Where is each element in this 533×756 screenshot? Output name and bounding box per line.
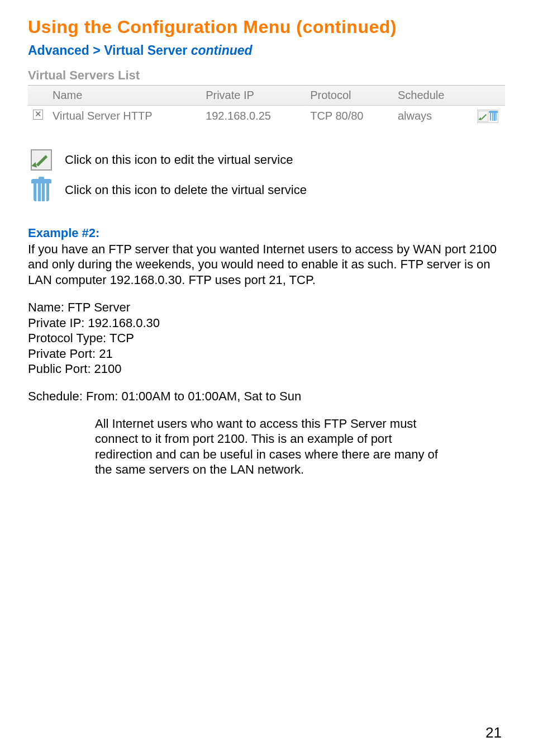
row-checkbox[interactable]: [33, 110, 43, 120]
breadcrumb-path: Advanced > Virtual Server: [28, 43, 191, 58]
col-header-name: Name: [48, 86, 201, 106]
col-header-schedule: Schedule: [393, 86, 472, 106]
config-private-port: Private Port: 21: [28, 346, 505, 362]
legend-row-edit: Click on this icon to edit the virtual s…: [28, 147, 505, 173]
legend-delete-text: Click on this icon to delete the virtual…: [65, 183, 307, 197]
icon-legend: Click on this icon to edit the virtual s…: [28, 147, 505, 204]
page-title: Using the Configuration Menu (continued): [28, 17, 505, 37]
breadcrumb: Advanced > Virtual Server continued: [28, 43, 505, 58]
legend-edit-text: Click on this icon to edit the virtual s…: [65, 153, 293, 167]
col-header-actions: [472, 86, 505, 106]
vs-list-heading: Virtual Servers List: [28, 68, 505, 83]
config-protocol: Protocol Type: TCP: [28, 330, 505, 346]
edit-icon: [31, 149, 52, 171]
config-block: Name: FTP Server Private IP: 192.168.0.3…: [28, 300, 505, 377]
delete-icon[interactable]: [489, 111, 497, 122]
config-private-ip: Private IP: 192.168.0.30: [28, 315, 505, 331]
breadcrumb-suffix: continued: [191, 43, 253, 58]
cell-schedule: always: [393, 106, 472, 126]
example-heading: Example #2:: [28, 226, 505, 240]
delete-icon: [32, 178, 50, 202]
config-public-port: Public Port: 2100: [28, 361, 505, 377]
edit-icon[interactable]: [478, 111, 488, 122]
table-row: Virtual Server HTTP 192.168.0.25 TCP 80/…: [28, 106, 505, 126]
row-actions: [477, 110, 498, 123]
cell-protocol: TCP 80/80: [306, 106, 393, 126]
schedule-line: Schedule: From: 01:00AM to 01:00AM, Sat …: [28, 389, 505, 404]
col-header-check: [28, 86, 48, 106]
col-header-protocol: Protocol: [306, 86, 393, 106]
config-name: Name: FTP Server: [28, 300, 505, 315]
cell-name: Virtual Server HTTP: [48, 106, 201, 126]
col-header-private-ip: Private IP: [201, 86, 306, 106]
cell-private-ip: 192.168.0.25: [201, 106, 306, 126]
example-para: If you have an FTP server that you wante…: [28, 242, 505, 288]
legend-row-delete: Click on this icon to delete the virtual…: [28, 177, 505, 204]
page-number: 21: [486, 724, 502, 741]
virtual-servers-table: Name Private IP Protocol Schedule Virtua…: [28, 85, 505, 126]
example-note: All Internet users who want to access th…: [95, 416, 441, 478]
